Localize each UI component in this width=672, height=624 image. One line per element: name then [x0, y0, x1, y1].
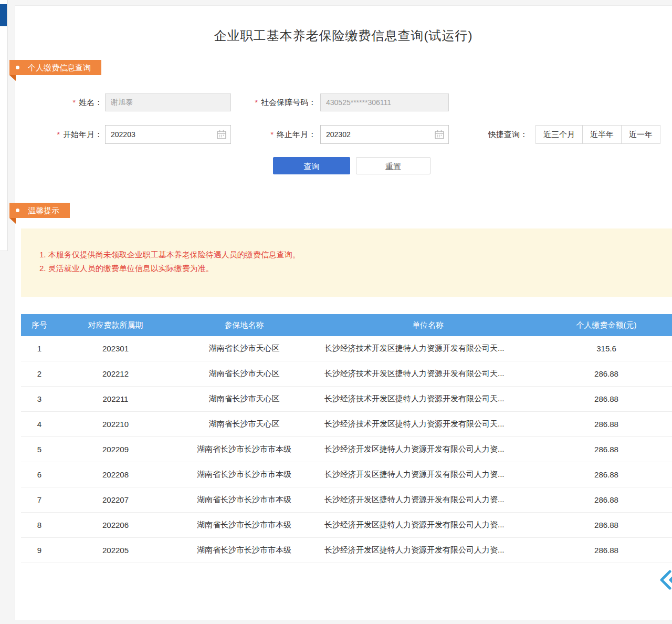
name-label: *姓名： — [42, 93, 102, 111]
table-cell: 长沙经济技术开发区捷特人力资源开发有限公司天... — [315, 394, 541, 404]
table-cell: 湖南省长沙市天心区 — [173, 344, 315, 353]
table-cell: 286.88 — [541, 420, 672, 429]
ssn-label: *社会保障号码： — [231, 93, 316, 111]
table-header-cell: 对应费款所属期 — [58, 320, 173, 330]
notice-line: 1. 本服务仅提供尚未领取企业职工基本养老保险待遇人员的缴费信息查询。 — [39, 248, 656, 262]
table-cell: 湖南省长沙市长沙市市本级 — [173, 545, 315, 555]
double-left-chevron-icon[interactable] — [657, 569, 672, 590]
table-cell: 湖南省长沙市长沙市市本级 — [173, 444, 315, 454]
table-row: 2202212湖南省长沙市天心区长沙经济技术开发区捷特人力资源开发有限公司天..… — [21, 361, 672, 387]
table-cell: 长沙经济开发区捷特人力资源开发有限公司人力资... — [315, 444, 541, 454]
ssn-field[interactable] — [320, 93, 449, 111]
section-badge-tips: 温馨提示 — [9, 203, 70, 218]
table-cell: 湖南省长沙市天心区 — [173, 394, 315, 404]
page-title: 企业职工基本养老保险缴费信息查询(试运行) — [15, 27, 672, 44]
table-cell: 长沙经济技术开发区捷特人力资源开发有限公司天... — [315, 344, 541, 353]
quick-query-label: 快捷查询： — [488, 125, 533, 144]
table-cell: 湖南省长沙市长沙市市本级 — [173, 470, 315, 480]
table-cell: 湖南省长沙市天心区 — [173, 419, 315, 429]
required-asterisk: * — [72, 98, 76, 107]
table-cell: 7 — [21, 495, 58, 504]
section-badge-personal-query: 个人缴费信息查询 — [9, 60, 101, 75]
results-table: 序号对应费款所属期参保地名称单位名称个人缴费金额(元) 1202301湖南省长沙… — [21, 314, 672, 563]
table-row: 3202211湖南省长沙市天心区长沙经济技术开发区捷特人力资源开发有限公司天..… — [21, 387, 672, 412]
required-asterisk: * — [255, 98, 258, 107]
table-cell: 202206 — [58, 521, 173, 529]
calendar-icon[interactable] — [434, 129, 445, 140]
quick-query-group: 近三个月 近半年 近一年 — [536, 125, 660, 144]
table-header-cell: 参保地名称 — [173, 320, 315, 330]
quick-query-3months-button[interactable]: 近三个月 — [536, 125, 583, 144]
table-cell: 长沙经济技术开发区捷特人力资源开发有限公司天... — [315, 419, 541, 429]
table-cell: 湖南省长沙市长沙市市本级 — [173, 495, 315, 505]
table-body: 1202301湖南省长沙市天心区长沙经济技术开发区捷特人力资源开发有限公司天..… — [21, 336, 672, 563]
table-cell: 286.88 — [541, 394, 672, 403]
badge-bullet-icon — [16, 66, 19, 69]
table-cell: 202209 — [58, 445, 173, 454]
query-button[interactable]: 查询 — [273, 157, 350, 174]
end-month-label: *终止年月： — [231, 125, 316, 144]
notice-line: 2. 灵活就业人员的缴费单位信息以实际缴费为准。 — [39, 262, 656, 275]
name-field[interactable] — [105, 93, 231, 111]
table-cell: 202301 — [58, 344, 173, 353]
badge-fold-decoration — [9, 218, 16, 224]
table-cell: 286.88 — [541, 470, 672, 479]
table-cell: 286.88 — [541, 445, 672, 454]
table-cell: 湖南省长沙市天心区 — [173, 369, 315, 379]
table-cell: 1 — [21, 344, 58, 353]
table-header-row: 序号对应费款所属期参保地名称单位名称个人缴费金额(元) — [21, 314, 672, 336]
table-cell: 315.6 — [541, 344, 672, 353]
badge-bullet-icon — [16, 209, 19, 212]
table-cell: 长沙经济开发区捷特人力资源开发有限公司人力资... — [315, 495, 541, 505]
table-row: 7202207湖南省长沙市长沙市市本级长沙经济开发区捷特人力资源开发有限公司人力… — [21, 487, 672, 513]
table-cell: 4 — [21, 420, 58, 429]
table-header-cell: 单位名称 — [315, 320, 541, 330]
collapsed-sidebar-tab[interactable] — [0, 4, 7, 26]
table-cell: 湖南省长沙市长沙市市本级 — [173, 520, 315, 530]
table-row: 5202209湖南省长沙市长沙市市本级长沙经济开发区捷特人力资源开发有限公司人力… — [21, 437, 672, 462]
table-cell: 202210 — [58, 420, 173, 429]
table-cell: 9 — [21, 546, 58, 555]
table-cell: 6 — [21, 470, 58, 479]
table-header-cell: 个人缴费金额(元) — [541, 320, 672, 330]
notice-box: 1. 本服务仅提供尚未领取企业职工基本养老保险待遇人员的缴费信息查询。 2. 灵… — [21, 228, 672, 297]
start-month-field[interactable] — [105, 125, 231, 144]
start-month-label: *开始年月： — [39, 125, 102, 144]
left-edge-panel — [0, 0, 8, 251]
section-badge-label: 温馨提示 — [28, 203, 59, 218]
pension-query-page: 企业职工基本养老保险缴费信息查询(试运行) 个人缴费信息查询 *姓名： *社会保… — [0, 0, 672, 624]
calendar-icon[interactable] — [216, 129, 227, 140]
table-cell: 2 — [21, 369, 58, 378]
table-cell: 长沙经济技术开发区捷特人力资源开发有限公司天... — [315, 369, 541, 379]
table-cell: 286.88 — [541, 521, 672, 529]
table-header-cell: 序号 — [21, 320, 58, 330]
table-row: 9202205湖南省长沙市长沙市市本级长沙经济开发区捷特人力资源开发有限公司人力… — [21, 538, 672, 563]
table-row: 8202206湖南省长沙市长沙市市本级长沙经济开发区捷特人力资源开发有限公司人力… — [21, 513, 672, 538]
section-badge-label: 个人缴费信息查询 — [28, 60, 91, 75]
table-cell: 202205 — [58, 546, 173, 555]
table-cell: 3 — [21, 394, 58, 403]
table-row: 4202210湖南省长沙市天心区长沙经济技术开发区捷特人力资源开发有限公司天..… — [21, 412, 672, 437]
end-month-field[interactable] — [320, 125, 449, 144]
table-cell: 8 — [21, 521, 58, 529]
table-cell: 长沙经济开发区捷特人力资源开发有限公司人力资... — [315, 520, 541, 530]
quick-query-halfyear-button[interactable]: 近半年 — [582, 125, 622, 144]
table-cell: 286.88 — [541, 495, 672, 504]
table-cell: 286.88 — [541, 369, 672, 378]
required-asterisk: * — [270, 130, 274, 139]
table-cell: 202211 — [58, 394, 173, 403]
table-cell: 286.88 — [541, 546, 672, 555]
table-cell: 5 — [21, 445, 58, 454]
table-cell: 202212 — [58, 369, 173, 378]
table-cell: 长沙经济开发区捷特人力资源开发有限公司人力资... — [315, 470, 541, 480]
required-asterisk: * — [57, 130, 60, 139]
reset-button[interactable]: 重置 — [356, 157, 430, 174]
badge-fold-decoration — [9, 75, 16, 81]
table-row: 6202208湖南省长沙市长沙市市本级长沙经济开发区捷特人力资源开发有限公司人力… — [21, 462, 672, 487]
quick-query-1year-button[interactable]: 近一年 — [621, 125, 660, 144]
table-cell: 202208 — [58, 470, 173, 479]
table-cell: 长沙经济开发区捷特人力资源开发有限公司人力资... — [315, 545, 541, 555]
table-cell: 202207 — [58, 495, 173, 504]
table-row: 1202301湖南省长沙市天心区长沙经济技术开发区捷特人力资源开发有限公司天..… — [21, 336, 672, 361]
